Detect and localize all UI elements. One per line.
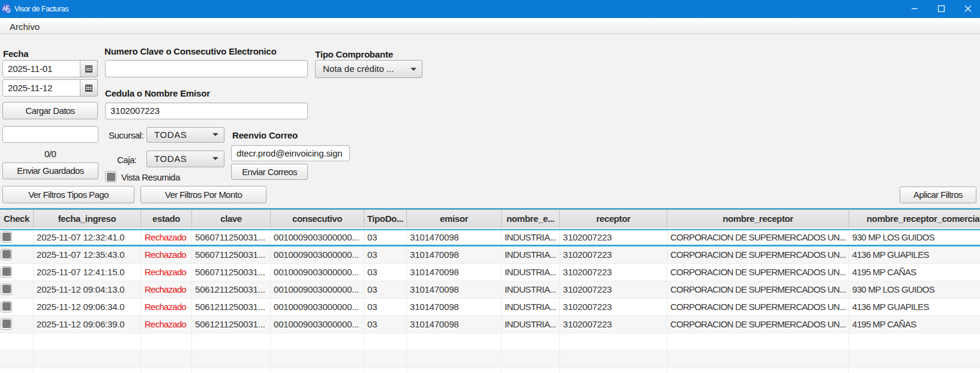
svg-text:e: e [7, 9, 9, 13]
